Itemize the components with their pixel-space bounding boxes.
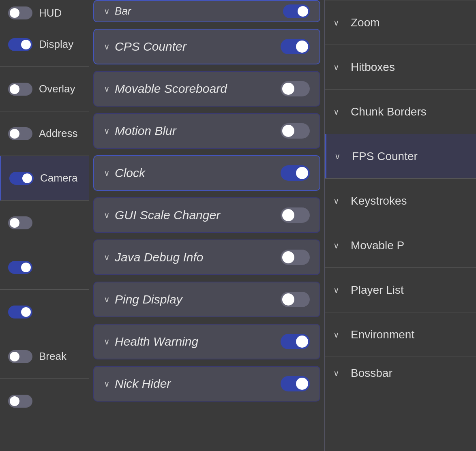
left-item-break: Break [0, 334, 89, 379]
toggle-motion-blur[interactable] [281, 123, 310, 139]
label-cps-counter: CPS Counter [115, 40, 281, 53]
label-nick-hider: Nick Hider [115, 377, 281, 391]
label-ping-display: Ping Display [115, 293, 281, 306]
chevron-zoom: ∨ [333, 18, 339, 28]
right-item-movable-p[interactable]: ∨ Movable P [325, 223, 476, 267]
left-item-7 [0, 290, 89, 334]
chevron-clock: ∨ [104, 168, 110, 178]
right-column: ∨ Zoom ∨ Hitboxes ∨ Chunk Borders ∨ FPS … [324, 0, 476, 451]
label-environment: Environment [351, 328, 414, 341]
label-bossbar: Bossbar [351, 367, 392, 380]
toggle-7[interactable] [8, 306, 32, 318]
right-item-keystrokes[interactable]: ∨ Keystrokes [325, 178, 476, 223]
center-item-ping-display[interactable]: ∨ Ping Display [93, 282, 320, 317]
label-break: Break [39, 350, 66, 363]
label-java-debug-info: Java Debug Info [115, 250, 281, 264]
center-item-nick-hider[interactable]: ∨ Nick Hider [93, 366, 320, 402]
right-item-chunk-borders[interactable]: ∨ Chunk Borders [325, 89, 476, 134]
center-item-movable-scoreboard[interactable]: ∨ Movable Scoreboard [93, 71, 320, 107]
label-address: Address [39, 127, 77, 140]
chevron-fps-counter: ∨ [334, 152, 341, 161]
toggle-overlay[interactable] [8, 83, 32, 96]
label-zoom: Zoom [351, 16, 380, 29]
toggle-java-debug-info[interactable] [281, 250, 310, 265]
chevron-environment: ∨ [333, 330, 339, 340]
left-item-camera: Camera [0, 156, 89, 201]
toggle-camera[interactable] [9, 172, 34, 185]
chevron-health-warning: ∨ [104, 337, 110, 346]
toggle-5[interactable] [8, 216, 32, 229]
chevron-hitboxes: ∨ [333, 62, 339, 72]
chevron-partial: ∨ [104, 6, 110, 16]
right-item-environment[interactable]: ∨ Environment [325, 312, 476, 357]
chevron-ping-display: ∨ [104, 295, 110, 304]
label-movable-scoreboard: Movable Scoreboard [115, 82, 281, 96]
toggle-cps-counter[interactable] [281, 39, 310, 54]
right-item-player-list[interactable]: ∨ Player List [325, 267, 476, 312]
center-item-motion-blur[interactable]: ∨ Motion Blur [93, 113, 320, 149]
label-keystrokes: Keystrokes [351, 195, 407, 207]
center-item-health-warning[interactable]: ∨ Health Warning [93, 324, 320, 359]
left-item-9 [0, 379, 89, 423]
center-item-clock[interactable]: ∨ Clock [93, 155, 320, 191]
chevron-java-debug-info: ∨ [104, 252, 110, 262]
main-grid: HUD Display Overlay Address [0, 0, 476, 451]
right-item-bossbar[interactable]: ∨ Bossbar [325, 357, 476, 389]
left-item-6 [0, 245, 89, 290]
chevron-bossbar: ∨ [333, 368, 339, 378]
toggle-display[interactable] [8, 38, 32, 51]
toggle-break[interactable] [8, 350, 32, 363]
center-item-java-debug-info[interactable]: ∨ Java Debug Info [93, 239, 320, 275]
left-item-hud: HUD [0, 0, 89, 22]
label-movable-p: Movable P [351, 239, 404, 252]
label-motion-blur: Motion Blur [115, 124, 281, 138]
toggle-address[interactable] [8, 127, 32, 140]
center-item-partial: ∨ Bar [93, 0, 320, 22]
toggle-clock[interactable] [281, 165, 310, 181]
chevron-keystrokes: ∨ [333, 196, 339, 206]
label-display: Display [39, 38, 73, 51]
label-player-list: Player List [351, 284, 404, 297]
right-item-zoom[interactable]: ∨ Zoom [325, 0, 476, 45]
label-partial: Bar [115, 5, 283, 17]
toggle-6[interactable] [8, 261, 32, 274]
toggle-bar[interactable] [283, 4, 310, 18]
chevron-motion-blur: ∨ [104, 126, 110, 136]
toggle-health-warning[interactable] [281, 334, 310, 349]
center-item-gui-scale-changer[interactable]: ∨ GUI Scale Changer [93, 197, 320, 233]
label-health-warning: Health Warning [115, 335, 281, 348]
label-gui-scale-changer: GUI Scale Changer [115, 208, 281, 222]
label-hud: HUD [39, 7, 62, 19]
chevron-gui-scale-changer: ∨ [104, 210, 110, 220]
toggle-9[interactable] [8, 395, 32, 408]
toggle-gui-scale-changer[interactable] [281, 207, 310, 223]
toggle-movable-scoreboard[interactable] [281, 81, 310, 96]
chevron-player-list: ∨ [333, 285, 339, 295]
center-column: ∨ Bar ∨ CPS Counter ∨ Movable Scoreboard… [89, 0, 324, 451]
left-item-5 [0, 201, 89, 245]
label-overlay: Overlay [39, 83, 75, 95]
toggle-ping-display[interactable] [281, 292, 310, 307]
left-item-address: Address [0, 111, 89, 156]
label-chunk-borders: Chunk Borders [351, 105, 427, 118]
chevron-movable-p: ∨ [333, 241, 339, 250]
center-item-cps-counter[interactable]: ∨ CPS Counter [93, 29, 320, 64]
label-camera: Camera [40, 172, 77, 184]
chevron-movable-scoreboard: ∨ [104, 84, 110, 94]
chevron-cps: ∨ [104, 42, 110, 51]
label-clock: Clock [115, 166, 281, 180]
right-item-fps-counter[interactable]: ∨ FPS Counter [325, 134, 476, 178]
left-column: HUD Display Overlay Address [0, 0, 89, 451]
chevron-chunk-borders: ∨ [333, 107, 339, 117]
toggle-hud[interactable] [8, 6, 32, 19]
left-item-overlay: Overlay [0, 67, 89, 111]
chevron-nick-hider: ∨ [104, 379, 110, 389]
label-hitboxes: Hitboxes [351, 61, 395, 74]
toggle-nick-hider[interactable] [281, 376, 310, 391]
left-item-display: Display [0, 22, 89, 67]
right-item-hitboxes[interactable]: ∨ Hitboxes [325, 45, 476, 89]
label-fps-counter: FPS Counter [352, 150, 418, 163]
